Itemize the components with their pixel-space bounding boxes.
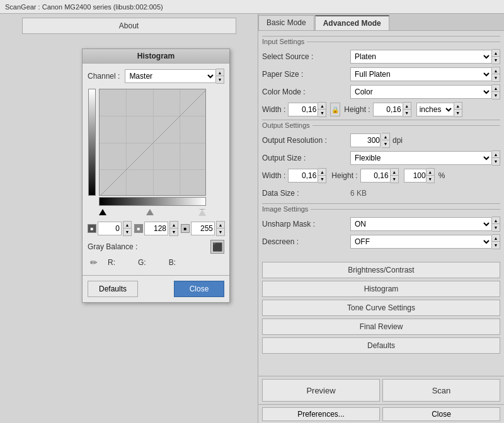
svg-line-0 [100, 89, 206, 196]
ow-down[interactable]: ▼ [318, 176, 326, 183]
unsharp-mask-select[interactable]: ON OFF [350, 217, 492, 231]
output-resolution-field[interactable] [350, 133, 381, 147]
pct-up[interactable]: ▲ [427, 169, 434, 176]
ds-down[interactable]: ▼ [492, 242, 500, 249]
rgb-row: ✏ R: G: B: [88, 257, 224, 268]
tabs-row: Basic Mode Advanced Mode [258, 14, 504, 31]
descreen-row: Descreen : OFF ON ▲ ▼ [262, 234, 500, 249]
brightness-contrast-button[interactable]: Brightness/Contrast [262, 262, 500, 278]
gray-balance-row: Gray Balance : ⬛ [88, 240, 224, 254]
unit-up[interactable]: ▲ [454, 103, 462, 110]
input-height-field[interactable] [373, 103, 403, 116]
um-down[interactable]: ▼ [492, 224, 500, 231]
res-down[interactable]: ▼ [382, 140, 389, 147]
about-button[interactable]: About [22, 18, 236, 34]
paper-size-row: Paper Size : Full Platen ▲ ▼ [262, 67, 500, 82]
tab-basic[interactable]: Basic Mode [258, 15, 314, 30]
descreen-select[interactable]: OFF ON [350, 235, 492, 249]
preferences-button[interactable]: Preferences... [262, 407, 380, 421]
input-width-field[interactable] [288, 103, 318, 116]
iw-up[interactable]: ▲ [318, 103, 326, 110]
ow-up[interactable]: ▲ [318, 169, 326, 176]
ih-up[interactable]: ▲ [403, 103, 411, 110]
input-width-label: Width : [262, 105, 285, 114]
black-point-input[interactable] [98, 222, 122, 235]
black-up[interactable]: ▲ [123, 222, 131, 228]
pct-field[interactable] [404, 169, 427, 183]
unit-down[interactable]: ▼ [454, 110, 462, 116]
output-height-field[interactable] [360, 169, 391, 183]
output-dimensions-row: Width : ▲ ▼ Height : ▲ ▼ [262, 168, 500, 183]
channel-label: Channel : [88, 72, 120, 81]
color-mode-row: Color Mode : Color ▲ ▼ [262, 84, 500, 99]
tab-advanced[interactable]: Advanced Mode [315, 15, 389, 30]
mid-down[interactable]: ▼ [170, 228, 178, 235]
ds-up[interactable]: ▲ [492, 235, 500, 242]
data-size-value: 6 KB [350, 189, 367, 198]
white-up[interactable]: ▲ [217, 222, 224, 228]
white-slider[interactable] [198, 209, 206, 216]
eyedropper-icon: ✏ [90, 257, 98, 268]
channel-up[interactable]: ▲ [216, 69, 224, 76]
res-up[interactable]: ▲ [382, 133, 389, 140]
color-mode-select[interactable]: Color [350, 85, 492, 99]
um-up[interactable]: ▲ [492, 217, 500, 224]
color-up[interactable]: ▲ [492, 85, 500, 92]
unsharp-mask-row: Unsharp Mask : ON OFF ▲ ▼ [262, 217, 500, 232]
output-height-label: Height : [331, 171, 357, 180]
os-up[interactable]: ▲ [492, 151, 500, 158]
defaults-button[interactable]: Defaults [262, 337, 500, 354]
descreen-label: Descreen : [262, 237, 350, 246]
tone-curve-button[interactable]: Tone Curve Settings [262, 300, 500, 316]
select-source-select[interactable]: Platen [350, 50, 492, 64]
black-point-icon: ■ [88, 224, 96, 233]
histogram-button[interactable]: Histogram [262, 281, 500, 297]
histogram-diagonal-line [100, 89, 206, 196]
channel-select[interactable]: Master [125, 69, 216, 83]
input-height-label: Height : [344, 105, 370, 114]
channel-down[interactable]: ▼ [216, 76, 224, 83]
image-settings-header: Image Settings [262, 203, 500, 214]
ih-down[interactable]: ▼ [403, 110, 411, 116]
white-down[interactable]: ▼ [217, 228, 224, 235]
b-label: B: [169, 258, 176, 267]
color-down[interactable]: ▼ [492, 92, 500, 99]
black-slider[interactable] [99, 209, 106, 215]
output-width-label: Width : [262, 171, 285, 180]
settings-area: Input Settings Select Source : Platen ▲ … [258, 31, 504, 254]
final-review-button[interactable]: Final Review [262, 319, 500, 335]
paper-size-select[interactable]: Full Platen [350, 67, 492, 81]
source-down[interactable]: ▼ [492, 57, 500, 64]
slider-row [99, 207, 206, 217]
pct-down[interactable]: ▼ [427, 176, 434, 183]
histogram-close-button[interactable]: Close [174, 281, 224, 297]
color-mode-label: Color Mode : [262, 87, 350, 96]
paper-up[interactable]: ▲ [492, 67, 500, 74]
lock-icon: 🔒 [330, 103, 340, 116]
mid-slider[interactable] [146, 209, 154, 215]
bottom-close-button[interactable]: Close [382, 407, 500, 421]
os-down[interactable]: ▼ [492, 158, 500, 165]
right-panel: Basic Mode Advanced Mode Input Settings … [258, 14, 504, 423]
scan-button[interactable]: Scan [382, 379, 500, 402]
mid-up[interactable]: ▲ [170, 222, 178, 228]
vert-gradient-bar [88, 89, 96, 217]
oh-down[interactable]: ▼ [391, 176, 398, 183]
mid-input-group: ■ ▲ ▼ [134, 221, 178, 236]
output-width-field[interactable] [288, 169, 318, 183]
source-up[interactable]: ▲ [492, 50, 500, 57]
action-buttons-area: Brightness/Contrast Histogram Tone Curve… [258, 259, 504, 356]
paper-down[interactable]: ▼ [492, 74, 500, 81]
histogram-defaults-button[interactable]: Defaults [88, 281, 138, 297]
iw-down[interactable]: ▼ [318, 110, 326, 116]
unit-select[interactable]: inches cm mm pixels [416, 103, 454, 116]
g-label: G: [138, 258, 146, 267]
gray-balance-button[interactable]: ⬛ [210, 240, 224, 254]
black-down[interactable]: ▼ [123, 228, 131, 235]
white-point-icon: ■ [181, 224, 190, 233]
preview-button[interactable]: Preview [262, 379, 380, 402]
white-point-input[interactable] [191, 222, 215, 235]
oh-up[interactable]: ▲ [391, 169, 398, 176]
output-size-select[interactable]: Flexible [350, 151, 492, 165]
mid-point-input[interactable] [144, 222, 168, 235]
